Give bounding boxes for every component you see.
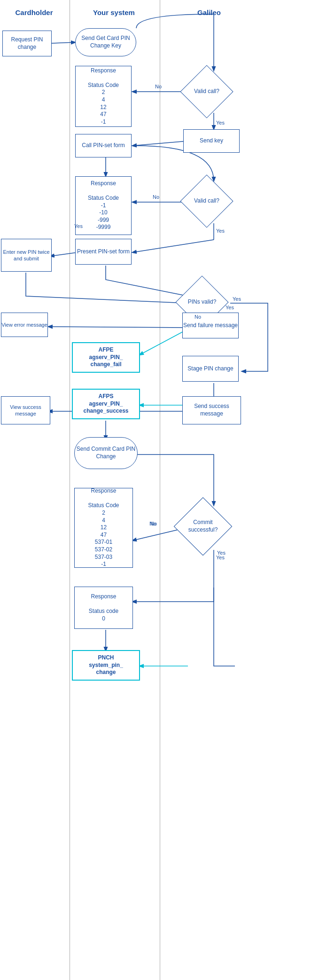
request-pin-change: Request PIN change [2, 31, 52, 56]
view-error-message: View error message [1, 313, 48, 337]
send-commit-card-pin: Send Commit Card PIN Change [74, 437, 138, 469]
svg-line-12 [50, 252, 78, 256]
svg-text:No: No [155, 84, 162, 89]
col-galileo: Galileo [162, 8, 256, 16]
svg-text:Yes: Yes [216, 228, 225, 234]
call-pin-set-form: Call PIN-set form [75, 134, 132, 157]
col-your-system: Your system [73, 8, 155, 16]
yes-label-2: Yes [74, 223, 83, 229]
response-3: ResponseStatus Code241247537-01537-02537… [74, 488, 133, 568]
send-get-card-pin: Send Get Card PIN Change Key [75, 28, 136, 56]
send-failure-message: Send failure message [182, 313, 239, 338]
valid-call-2: Valid call? [181, 180, 233, 222]
svg-text:Yes: Yes [216, 120, 225, 125]
no-label-commit: No [150, 521, 157, 526]
commit-successful: Commitsuccessful? [175, 503, 231, 550]
enter-new-pin: Enter new PIN twice and submit [1, 239, 52, 272]
col-cardholder: Cardholder [2, 8, 66, 16]
svg-text:No: No [153, 194, 159, 200]
no-label-pins: No [195, 314, 201, 320]
pnch-box: PNCHsystem_pin_change [72, 650, 140, 681]
send-success-message: Send success message [182, 396, 241, 424]
divider-1 [70, 0, 70, 980]
svg-line-0 [52, 42, 75, 43]
svg-line-16 [140, 329, 188, 355]
present-pin-set-form: Present PIN-set form [75, 239, 132, 265]
response-2: ResponseStatus Code-1-10-999-9999 [75, 176, 132, 235]
flowchart-diagram: Cardholder Your system Galileo No Yes [0, 0, 319, 980]
afpe-box: AFPEagserv_PIN_change_fail [72, 342, 140, 373]
response-1: ResponseStatus Code241247-1 [75, 66, 132, 127]
divider-2 [160, 0, 160, 980]
afps-box: AFPSagserv_PIN_change_success [72, 389, 140, 419]
stage-pin-change: Stage PIN change [182, 356, 239, 382]
svg-line-5 [132, 141, 188, 146]
svg-text:Yes: Yes [233, 296, 241, 302]
valid-call-1: Valid call? [181, 71, 233, 113]
svg-line-10 [132, 240, 214, 252]
yes-label-pins: Yes [226, 305, 234, 310]
send-key: Send key [183, 129, 240, 153]
response-4: ResponseStatus code0 [74, 587, 133, 629]
yes-label-commit: Yes [217, 550, 226, 556]
view-success-message: View success message [1, 396, 50, 424]
